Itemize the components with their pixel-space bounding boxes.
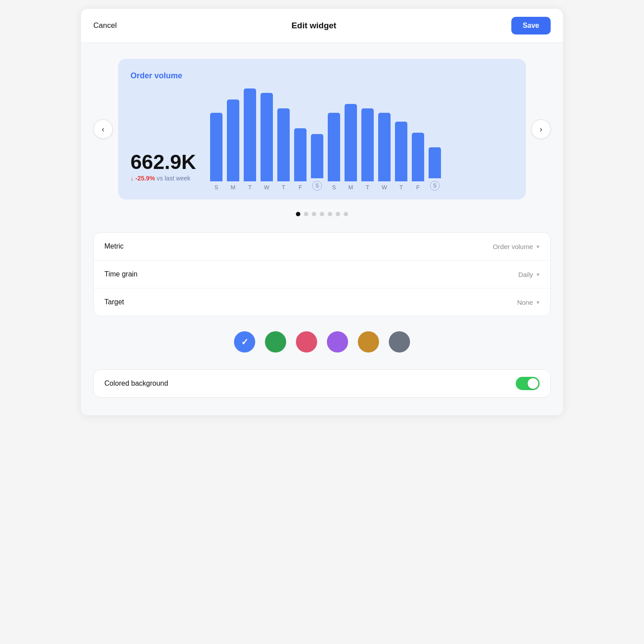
stat-percent: -25.9%: [135, 175, 155, 182]
stat-overlay: 662.9K ↓ -25.9% vs last week: [130, 152, 196, 182]
bar-col: W: [261, 93, 273, 191]
color-swatches: ✓: [93, 330, 551, 353]
bar-col: M: [227, 100, 239, 191]
settings-row[interactable]: Time grainDaily▾: [94, 261, 550, 288]
bar-col: F: [412, 133, 424, 191]
carousel-dot[interactable]: [328, 212, 332, 216]
chevron-down-icon: ▾: [537, 299, 540, 306]
color-swatch-gray[interactable]: [388, 330, 411, 353]
bar-col: S: [311, 134, 323, 191]
stat-vs-label: vs last week: [157, 175, 190, 182]
colored-background-row: Colored background: [93, 369, 551, 398]
bar-col: S: [429, 147, 441, 191]
carousel-dot[interactable]: [320, 212, 324, 216]
save-button[interactable]: Save: [511, 17, 551, 34]
carousel-track: Order volume SMTWTFSSMTWTFS 662.9K ↓ -25…: [118, 59, 526, 199]
bar-col: W: [378, 113, 391, 191]
swatch-inner: [265, 331, 286, 353]
bar-col: M: [345, 104, 357, 191]
bar: [210, 113, 222, 181]
swatch-inner: ✓: [234, 331, 255, 353]
bar-label: S: [430, 181, 440, 191]
color-swatch-pink[interactable]: [295, 330, 318, 353]
bar-col: S: [210, 113, 222, 191]
bar-col: T: [361, 108, 374, 191]
bar: [227, 100, 239, 181]
settings-row[interactable]: MetricOrder volume▾: [94, 233, 550, 261]
chevron-down-icon: ▾: [537, 271, 540, 278]
swatch-inner: [327, 331, 348, 353]
bar: [277, 108, 290, 181]
bar-label: W: [382, 184, 387, 191]
settings-row-value: None: [517, 299, 533, 306]
bar-label: S: [312, 181, 322, 191]
stat-change: ↓ -25.9% vs last week: [130, 175, 196, 182]
carousel-dots: [93, 212, 551, 216]
bar: [311, 134, 323, 178]
page-container: Cancel Edit widget Save ‹ Order volume S…: [81, 9, 563, 415]
bar-label: M: [231, 184, 236, 191]
bar: [378, 113, 391, 181]
bar: [412, 133, 424, 181]
bar: [429, 147, 441, 178]
chart-bars-area: SMTWTFSSMTWTFS: [210, 88, 514, 191]
page-title: Edit widget: [291, 21, 336, 31]
color-swatch-green[interactable]: [264, 330, 287, 353]
bar: [328, 113, 340, 181]
settings-row-label: Target: [104, 298, 124, 306]
carousel-dot[interactable]: [304, 212, 308, 216]
down-arrow-icon: ↓: [130, 175, 134, 182]
bar-col: S: [328, 113, 340, 191]
swatch-inner: [358, 331, 379, 353]
settings-row-value: Daily: [518, 271, 533, 278]
swatch-inner: [296, 331, 317, 353]
bar-label: T: [366, 184, 369, 191]
bar-label: W: [264, 184, 269, 191]
bar-label: T: [248, 184, 252, 191]
content-area: ‹ Order volume SMTWTFSSMTWTFS 662.9K ↓ -…: [81, 43, 563, 415]
color-swatch-purple[interactable]: [326, 330, 349, 353]
header: Cancel Edit widget Save: [81, 9, 563, 43]
cancel-button[interactable]: Cancel: [93, 21, 117, 30]
bar: [361, 108, 374, 181]
bar-label: M: [349, 184, 353, 191]
chevron-down-icon: ▾: [537, 243, 540, 250]
bar-label: S: [215, 184, 218, 191]
carousel-dot[interactable]: [344, 212, 348, 216]
toggle-track: [516, 377, 540, 390]
checkmark-icon: ✓: [241, 337, 249, 347]
settings-row-label: Time grain: [104, 270, 138, 278]
toggle-thumb: [528, 378, 538, 389]
bar-col: F: [294, 128, 307, 191]
bar-label: F: [416, 184, 420, 191]
bar: [345, 104, 357, 181]
carousel-prev-button[interactable]: ‹: [93, 119, 113, 139]
carousel-dot[interactable]: [296, 212, 300, 216]
bar-label: F: [299, 184, 302, 191]
settings-row[interactable]: TargetNone▾: [94, 288, 550, 316]
bar: [244, 88, 256, 181]
settings-row-value-wrap: None▾: [517, 299, 540, 306]
settings-row-value: Order volume: [493, 243, 533, 250]
color-swatch-blue[interactable]: ✓: [233, 330, 256, 353]
stat-value: 662.9K: [130, 152, 196, 172]
colored-background-toggle[interactable]: [516, 377, 540, 390]
chart-carousel: ‹ Order volume SMTWTFSSMTWTFS 662.9K ↓ -…: [93, 59, 551, 199]
bar-col: T: [277, 108, 290, 191]
color-swatch-gold[interactable]: [357, 330, 380, 353]
carousel-dot[interactable]: [336, 212, 340, 216]
bar-col: T: [395, 122, 407, 191]
bar-label: T: [282, 184, 285, 191]
bar: [395, 122, 407, 181]
bar-label: T: [399, 184, 403, 191]
carousel-dot[interactable]: [312, 212, 316, 216]
swatch-inner: [389, 331, 410, 353]
settings-row-value-wrap: Daily▾: [518, 271, 540, 278]
settings-row-value-wrap: Order volume▾: [493, 243, 540, 250]
bar-col: T: [244, 88, 256, 191]
chart-title: Order volume: [130, 71, 514, 80]
chart-card: Order volume SMTWTFSSMTWTFS 662.9K ↓ -25…: [118, 59, 526, 199]
settings-row-label: Metric: [104, 242, 124, 250]
carousel-next-button[interactable]: ›: [531, 119, 551, 139]
bar: [261, 93, 273, 181]
